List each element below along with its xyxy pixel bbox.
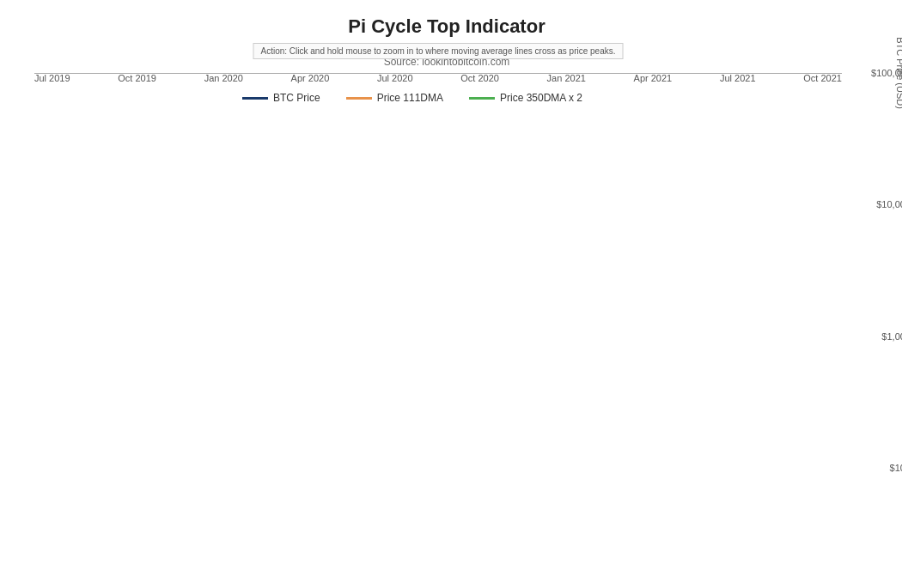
legend-line-350dma <box>469 97 495 100</box>
legend-line-111dma <box>346 97 372 100</box>
chart-svg: 1 <box>34 73 842 74</box>
x-label-8: Jul 2021 <box>720 73 756 83</box>
legend-label-350dma: Price 350DMA x 2 <box>500 92 582 104</box>
y-axis-label: BTC Price (USD) <box>895 37 902 109</box>
x-label-5: Oct 2020 <box>460 73 499 83</box>
x-label-1: Oct 2019 <box>118 73 156 83</box>
chart-wrapper: 1 $100,000 $10,000 $1,000 $100 BTC Price… <box>9 73 885 104</box>
y-tick-1k: $1,000 <box>881 331 902 342</box>
legend-item-111dma: Price 111DMA <box>346 92 443 104</box>
legend-line-btc <box>242 97 268 100</box>
x-axis-labels: Jul 2019 Oct 2019 Jan 2020 Apr 2020 Jul … <box>34 73 842 83</box>
x-label-7: Apr 2021 <box>634 73 673 83</box>
action-note: Action: Click and hold mouse to zoom in … <box>253 43 624 59</box>
x-label-6: Jan 2021 <box>547 73 586 83</box>
chart-container: Pi Cycle Top Indicator Pi Cycle Top Indi… <box>0 0 902 588</box>
legend-item-350dma: Price 350DMA x 2 <box>469 92 582 104</box>
y-tick-10k: $10,000 <box>876 199 902 209</box>
chart-title: Pi Cycle Top Indicator <box>9 15 885 38</box>
legend-item-btc: BTC Price <box>242 92 320 104</box>
chart-legend: BTC Price Price 111DMA Price 350DMA x 2 <box>9 92 816 104</box>
x-label-3: Apr 2020 <box>291 73 330 83</box>
legend-label-btc: BTC Price <box>273 92 320 104</box>
legend-label-111dma: Price 111DMA <box>377 92 443 104</box>
y-tick-100: $100 <box>890 463 902 473</box>
x-label-2: Jan 2020 <box>204 73 243 83</box>
x-label-9: Oct 2021 <box>803 73 842 83</box>
x-label-4: Jul 2020 <box>377 73 413 83</box>
x-label-0: Jul 2019 <box>34 73 70 83</box>
